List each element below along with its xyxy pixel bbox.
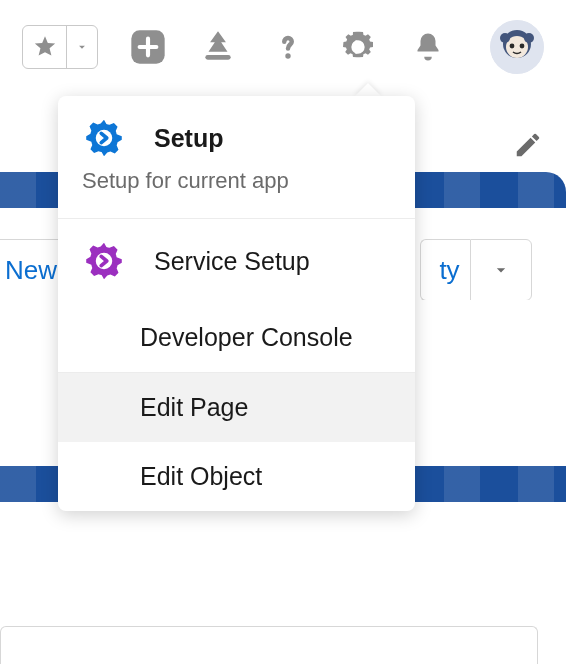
favorites-caret-icon[interactable]	[67, 26, 97, 68]
edit-page-label: Edit Page	[140, 393, 248, 422]
developer-console-label: Developer Console	[140, 323, 353, 352]
help-icon[interactable]	[268, 27, 308, 67]
svg-point-8	[500, 33, 510, 43]
svg-point-9	[524, 33, 534, 43]
panel-stub	[0, 626, 538, 664]
setup-menu: Setup Setup for current app Service Setu…	[58, 96, 415, 511]
setup-label: Setup	[154, 124, 223, 153]
setup-subtitle: Setup for current app	[58, 168, 415, 219]
add-icon[interactable]	[128, 27, 168, 67]
setup-gear-icon[interactable]	[338, 27, 378, 67]
trailhead-icon[interactable]	[198, 27, 238, 67]
notifications-icon[interactable]	[408, 27, 448, 67]
dropdown-caret-button[interactable]	[470, 239, 532, 301]
edit-pencil-icon[interactable]	[508, 125, 548, 165]
ty-fragment: ty	[439, 255, 459, 286]
svg-point-7	[520, 44, 525, 49]
svg-rect-1	[205, 55, 230, 60]
star-icon[interactable]	[23, 26, 67, 68]
menu-item-developer-console[interactable]: Developer Console	[58, 303, 415, 372]
avatar[interactable]	[490, 20, 544, 74]
svg-point-2	[285, 53, 290, 58]
menu-item-setup[interactable]: Setup	[58, 96, 415, 168]
menu-item-edit-object[interactable]: Edit Object	[58, 442, 415, 511]
edit-object-label: Edit Object	[140, 462, 262, 491]
gear-icon	[82, 239, 126, 283]
service-setup-label: Service Setup	[154, 247, 310, 276]
new-label: New	[5, 255, 57, 286]
gear-icon	[82, 116, 126, 160]
menu-pointer	[354, 83, 382, 97]
svg-point-6	[510, 44, 515, 49]
new-button-fragment[interactable]: New	[0, 239, 62, 301]
menu-item-edit-page[interactable]: Edit Page	[58, 373, 415, 442]
button-fragment[interactable]: ty	[420, 239, 470, 301]
favorites-group[interactable]	[22, 25, 98, 69]
menu-item-service-setup[interactable]: Service Setup	[58, 219, 415, 303]
